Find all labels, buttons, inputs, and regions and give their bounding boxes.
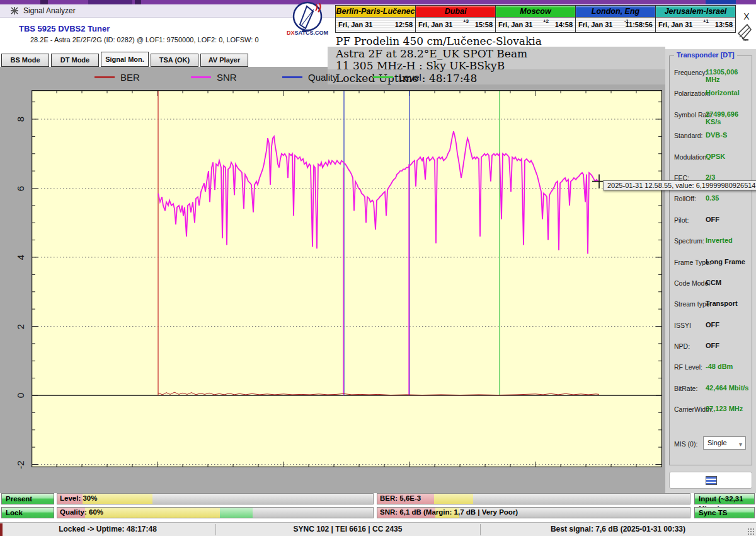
legend-label: Level [399, 72, 421, 83]
app-window: Signal Analyzer X Berlin-Paris-LučenecFr… [0, 0, 756, 536]
legend-item-quality: Quality [282, 71, 338, 83]
transponder-row: Pilot:OFF [669, 211, 752, 231]
background-window-fragment [40, 0, 48, 4]
clock-time: 12:58 [395, 21, 413, 28]
field-label: Modulation: [674, 153, 708, 161]
clock-time: 15:58 [475, 21, 493, 28]
signal-chart[interactable] [32, 90, 662, 467]
level-label: Level: 30% [60, 494, 97, 502]
clock-time-row: Fri, Jan 31+214:58 [496, 18, 575, 32]
clock-utc-offset: +3 [463, 18, 469, 24]
clock-utc-offset: +2 [543, 18, 549, 24]
y-axis-tick-label: 8 [15, 112, 26, 126]
transponder-list-button[interactable] [669, 472, 752, 489]
header-line-4: Locked Uptime : 48:17:48 [336, 73, 542, 85]
transponder-row: Symbol Rate:27499,696 KS/s [669, 105, 752, 126]
legend-item-ber: BER [94, 71, 140, 83]
y-axis-tick-label: -2 [15, 458, 26, 472]
background-window-fragment [135, 0, 141, 4]
y-axis-tick-label: 4 [15, 250, 26, 264]
field-label: Code Mode: [674, 279, 710, 287]
clock-date: Fri, Jan 31 [578, 21, 612, 28]
transponder-row: Code Mode:CCM [669, 274, 752, 294]
present-indicator: Present [1, 493, 54, 504]
dxsatcs-logo: DXSATCS.COM [285, 1, 330, 37]
clock-date: Fri, Jan 31 [418, 21, 452, 28]
mis-select[interactable]: Single ▾ [703, 436, 746, 450]
tab-signal-mon-[interactable]: Signal Mon. [101, 52, 149, 67]
field-value: OFF [706, 342, 719, 349]
world-clocks: Berlin-Paris-LučenecFri, Jan 3112:58Duba… [335, 5, 736, 33]
field-value: 0.35 [706, 194, 719, 202]
transponder-row: RF Level:-48 dBm [669, 358, 752, 378]
clock-city-name: Jerusalem-Israel [656, 6, 735, 18]
clock-time-row: Fri, Jan 31+113:58 [656, 18, 735, 32]
mis-label: MIS (0): [674, 440, 697, 448]
legend-color-swatch [191, 76, 211, 78]
transponder-row: Modulation:QPSK [669, 148, 752, 168]
transponder-row: Frame Type:Long Frame [669, 253, 752, 274]
corner-area: X [736, 4, 756, 41]
snr-label: SNR: 6,1 dB (Margin: 1,7 dB | Very Poor) [380, 508, 518, 516]
level-progress-bar: Level: 30% [57, 493, 374, 504]
field-label: Pilot: [674, 216, 689, 224]
tab-bs-mode[interactable]: BS Mode [1, 54, 49, 67]
background-window-strip [0, 0, 756, 4]
clock-utc-offset: +1 [703, 18, 709, 24]
list-icon [706, 476, 717, 485]
legend-item-level: Level [373, 71, 421, 83]
header-line-2: Astra 2F at 28.2°E_UK SPOT Beam [336, 48, 542, 61]
clock-city-name: Moscow [496, 6, 575, 18]
status-uptime: Locked -> Uptime: 48:17:48 [0, 525, 215, 533]
field-value: -48 dBm [706, 363, 733, 370]
clock-city-name: Berlin-Paris-Lučenec [336, 6, 415, 18]
field-label: NPD: [674, 342, 690, 350]
lock-indicator: Lock [1, 507, 54, 518]
transponder-title: Transponder [DT] [674, 51, 737, 59]
snr-progress-bar: SNR: 6,1 dB (Margin: 1,7 dB | Very Poor) [377, 507, 690, 518]
transponder-row: Polarization:Horizontal [669, 84, 752, 105]
close-button[interactable]: X [741, 11, 752, 23]
ber-label: BER: 5,6E-3 [380, 494, 421, 502]
clock-time-row: Fri, Jan 3112:58 [336, 18, 415, 32]
field-value: CCM [706, 279, 721, 286]
y-axis-tick-label: 6 [15, 182, 26, 195]
field-label: ISSYI [674, 322, 691, 329]
field-value: 37,123 MHz [706, 405, 743, 412]
app-antenna-icon [10, 6, 19, 15]
y-axis-tick-label: 0 [15, 388, 26, 402]
field-label: Standard: [674, 132, 703, 139]
svg-text:DXSATCS.COM: DXSATCS.COM [287, 30, 328, 36]
tab-dt-mode[interactable]: DT Mode [51, 54, 99, 67]
transponder-row: Standard:DVB-S [669, 126, 752, 147]
legend-color-swatch [282, 76, 302, 78]
transponder-row: Stream type:Transport [669, 294, 752, 315]
clock-cell: MoscowFri, Jan 31+214:58 [496, 6, 576, 32]
transponder-row: BitRate:42,464 Mbit/s [669, 379, 752, 400]
transponder-row: CarrierWidth:37,123 MHz [669, 400, 752, 421]
quality-label: Quality: 60% [60, 508, 103, 516]
clock-cell: Berlin-Paris-LučenecFri, Jan 3112:58 [336, 6, 416, 32]
chart-tooltip: 2025-01-31 12.58.55, value: 6,1999998092… [603, 180, 756, 190]
quality-progress-bar: Quality: 60% [57, 507, 374, 518]
tuner-detail: 28.2E - Astra 2E/2F/2G (ID: 0282) @ LOF1… [30, 36, 259, 44]
mis-selected-value: Single [707, 439, 727, 446]
field-label: Frequency: [674, 69, 707, 76]
ber-fill [434, 494, 473, 504]
field-value: OFF [706, 216, 719, 223]
status-sync-errors: SYNC 102 | TEI 6616 | CC 2435 [215, 525, 480, 533]
status-bar: Locked -> Uptime: 48:17:48 SYNC 102 | TE… [0, 522, 756, 536]
field-value: OFF [706, 321, 719, 329]
clock-time: 13:58 [715, 21, 733, 28]
legend-label: BER [120, 72, 140, 83]
field-value: Inverted [706, 236, 733, 244]
clock-cell: DubaiFri, Jan 31+315:58 [416, 6, 496, 32]
field-value: 11305,006 MHz [706, 68, 752, 83]
sync-ts-indicator: Sync TS [694, 507, 755, 518]
field-label: Spectrum: [674, 237, 704, 245]
tab-tsa-ok-[interactable]: TSA (OK) [151, 54, 198, 67]
tab-av-player[interactable]: AV Player [200, 54, 248, 67]
field-value: DVB-S [706, 131, 727, 139]
site-header-text: PF Prodelin 450 cm/Lučenec-Slovakia Astr… [336, 35, 542, 84]
resize-grip[interactable] [747, 528, 755, 535]
